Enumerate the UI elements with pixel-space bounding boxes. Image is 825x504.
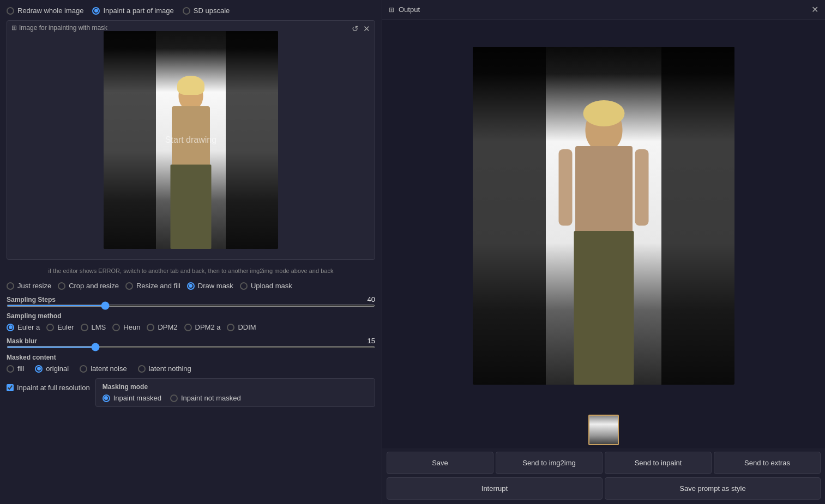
radio-euler (46, 324, 54, 331)
radio-latent-noise (80, 365, 87, 373)
content-fill[interactable]: fill (7, 365, 24, 373)
masking-not-masked[interactable]: Inpaint not masked (170, 394, 241, 402)
content-fill-label: fill (17, 365, 24, 373)
radio-dpm2 (147, 324, 154, 331)
thumbnail-strip (382, 411, 825, 448)
output-image-placeholder (473, 47, 734, 385)
content-latent-noise-label: latent noise (91, 365, 127, 373)
action-buttons-row2: Interrupt Save prompt as style (382, 477, 825, 504)
radio-not-masked (170, 394, 178, 402)
masked-content-label: Masked content (7, 354, 375, 361)
method-heun[interactable]: Heun (112, 323, 140, 331)
content-original-label: original (46, 365, 69, 373)
content-latent-noise[interactable]: latent noise (80, 365, 127, 373)
masking-mode-title: Masking mode (103, 383, 368, 391)
interrupt-button[interactable]: Interrupt (387, 477, 603, 500)
inpaint-full-res-label: Inpaint at full resolution (17, 384, 90, 392)
save-button[interactable]: Save (387, 452, 493, 474)
resize-fill-label: Resize and fill (136, 282, 180, 290)
output-icon: ⊞ (389, 6, 394, 14)
action-buttons-row1: Save Send to img2img Send to inpaint Sen… (382, 448, 825, 477)
method-dpm2[interactable]: DPM2 (147, 323, 177, 331)
radio-inpaint-masked (103, 394, 110, 402)
mode-redraw-label: Redraw whole image (17, 7, 83, 15)
radio-crop-resize (58, 282, 65, 290)
method-lms-label: LMS (92, 323, 106, 331)
method-dpm2-label: DPM2 (158, 323, 177, 331)
method-euler-a[interactable]: Euler a (7, 323, 40, 331)
radio-draw-mask (187, 282, 195, 290)
mode-sdupscale[interactable]: SD upscale (183, 7, 230, 15)
mode-sdupscale-label: SD upscale (194, 7, 230, 15)
image-placeholder: Start drawing (104, 31, 278, 249)
draw-mask-label: Draw mask (198, 282, 233, 290)
inpainting-image-panel[interactable]: ⊞ Image for inpainting with mask ↺ ✕ (7, 20, 375, 260)
error-hint: if the editor shows ERROR, switch to ano… (7, 265, 375, 276)
method-euler-label: Euler (57, 323, 74, 331)
radio-ddim (227, 324, 234, 331)
sampling-steps-slider[interactable] (7, 305, 375, 307)
resize-upload-mask[interactable]: Upload mask (240, 282, 292, 290)
resize-fill[interactable]: Resize and fill (125, 282, 180, 290)
mode-inpaint[interactable]: Inpaint a part of image (92, 7, 173, 15)
send-to-extras-button[interactable]: Send to extras (714, 452, 821, 474)
radio-upload-mask (240, 282, 248, 290)
upload-mask-label: Upload mask (251, 282, 292, 290)
send-to-inpaint-button[interactable]: Send to inpaint (605, 452, 712, 474)
right-panel: ⊞ Output ✕ (382, 0, 825, 504)
radio-fill (7, 365, 14, 373)
sampling-method-label: Sampling method (7, 312, 375, 320)
resize-crop-resize[interactable]: Crop and resize (58, 282, 119, 290)
radio-original (35, 365, 43, 373)
thumb-img (589, 416, 618, 444)
method-dpm2a-label: DPM2 a (195, 323, 221, 331)
inpaint-full-res-input[interactable] (7, 384, 14, 391)
left-panel: Redraw whole image Inpaint a part of ima… (0, 0, 382, 504)
masking-mode-options: Inpaint masked Inpaint not masked (103, 394, 368, 402)
masked-content-options: fill original latent noise latent nothin… (7, 365, 375, 373)
radio-heun (112, 324, 120, 331)
inpaint-full-res-checkbox[interactable]: Inpaint at full resolution (7, 384, 90, 392)
output-image-area (382, 20, 825, 411)
just-resize-label: Just resize (17, 282, 51, 290)
method-lms[interactable]: LMS (81, 323, 106, 331)
output-label: Output (399, 5, 420, 14)
method-euler-a-label: Euler a (17, 323, 40, 331)
resize-just-resize[interactable]: Just resize (7, 282, 51, 290)
method-dpm2a[interactable]: DPM2 a (184, 323, 221, 331)
masking-mode-box: Masking mode Inpaint masked Inpaint not … (95, 378, 375, 407)
save-prompt-as-style-button[interactable]: Save prompt as style (605, 477, 821, 500)
canvas-area[interactable]: Start drawing (7, 21, 375, 259)
method-ddim-label: DDIM (238, 323, 256, 331)
masked-content-section: Masked content fill original latent nois… (7, 354, 375, 373)
resize-mode-buttons: Just resize Crop and resize Resize and f… (7, 282, 375, 290)
method-euler[interactable]: Euler (46, 323, 74, 331)
bottom-row: Inpaint at full resolution Masking mode … (7, 378, 375, 407)
content-latent-nothing-label: latent nothing (149, 365, 191, 373)
close-output-button[interactable]: ✕ (811, 4, 818, 15)
send-to-img2img-button[interactable]: Send to img2img (496, 452, 603, 474)
radio-dpm2a (184, 324, 192, 331)
mode-inpaint-label: Inpaint a part of image (103, 7, 173, 15)
method-ddim[interactable]: DDIM (227, 323, 256, 331)
content-latent-nothing[interactable]: latent nothing (138, 365, 191, 373)
radio-redraw-circle (7, 7, 14, 15)
radio-inpaint-circle (92, 7, 100, 15)
mask-blur-row: Mask blur 15 (7, 337, 375, 348)
sampling-steps-row: Sampling Steps 40 (7, 295, 375, 307)
output-header: ⊞ Output ✕ (382, 0, 825, 20)
radio-sdupscale-circle (183, 7, 190, 15)
radio-resize-fill (125, 282, 133, 290)
masking-inpaint-masked[interactable]: Inpaint masked (103, 394, 161, 402)
sampling-method-options: Euler a Euler LMS Heun DPM2 DPM2 a (7, 323, 375, 331)
content-original[interactable]: original (35, 365, 69, 373)
mode-redraw[interactable]: Redraw whole image (7, 7, 83, 15)
masking-not-masked-label: Inpaint not masked (181, 394, 241, 402)
mode-buttons: Redraw whole image Inpaint a part of ima… (7, 7, 375, 15)
radio-latent-nothing (138, 365, 146, 373)
output-thumbnail[interactable] (588, 415, 619, 445)
resize-draw-mask[interactable]: Draw mask (187, 282, 233, 290)
radio-lms (81, 324, 88, 331)
radio-euler-a (7, 324, 14, 331)
mask-blur-slider[interactable] (7, 346, 375, 348)
